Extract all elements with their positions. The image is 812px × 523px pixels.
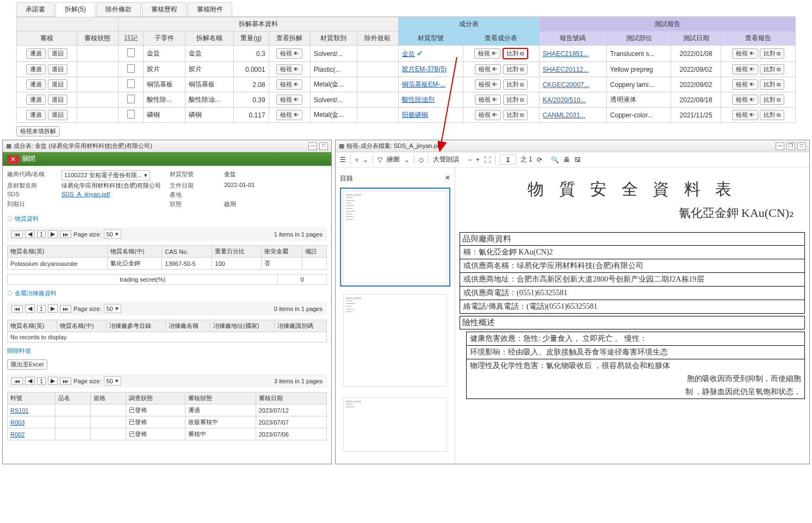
reject-button[interactable]: 退回: [48, 79, 67, 90]
mat-model-link[interactable]: 酸性除油剂: [402, 96, 435, 103]
window-icon: ▦: [6, 142, 11, 150]
compare-button[interactable]: 比對: [503, 64, 528, 74]
mat-model-link[interactable]: 阳极磷铜: [402, 111, 428, 119]
document-icon[interactable]: [127, 95, 135, 103]
minimize-icon[interactable]: —: [776, 142, 784, 150]
chevron-down-icon[interactable]: ⌄: [363, 156, 368, 164]
view-button[interactable]: 檢視: [276, 48, 302, 59]
table-row[interactable]: RS101已發佈通過2023/07/12: [8, 404, 327, 416]
tab-3[interactable]: 審核歷程: [142, 2, 187, 16]
read-aloud-button[interactable]: 大聲朗讀: [433, 155, 459, 164]
view-unfilled-button[interactable]: 檢視未填拆解: [16, 126, 60, 136]
view-button[interactable]: 檢視: [276, 110, 302, 120]
maximize-icon[interactable]: □: [319, 142, 328, 150]
reject-button[interactable]: 退回: [48, 64, 67, 74]
toc-icon[interactable]: ☰: [340, 156, 346, 164]
vendor-code-dropdown[interactable]: 1100222 安柏電子股份有限...▾: [61, 170, 150, 180]
highlighter-icon[interactable]: ▿: [355, 156, 358, 164]
tab-1[interactable]: 拆解(5): [55, 2, 95, 17]
view-button[interactable]: 檢視: [732, 95, 758, 105]
view-button[interactable]: 檢視: [475, 64, 501, 74]
view-button[interactable]: 檢視: [732, 79, 758, 90]
close-sidebar-icon[interactable]: ✕: [445, 174, 450, 183]
reject-button[interactable]: 退回: [48, 48, 67, 59]
report-link[interactable]: CKGEC20007...: [543, 81, 590, 89]
report-link[interactable]: KA/2020/510...: [543, 96, 586, 104]
pager-last[interactable]: ⏭: [60, 231, 71, 238]
print-icon[interactable]: 🖶: [563, 156, 570, 164]
pager-first[interactable]: ⏮: [11, 231, 23, 238]
page-thumbnail[interactable]: 物質安全資料表━━━━━━━━━━━━━━━━━━━━━━━━━━━━━━━━━…: [340, 188, 450, 287]
maximize-icon[interactable]: □: [797, 142, 806, 150]
compare-button[interactable]: 比對: [503, 79, 528, 90]
zoom-out-icon[interactable]: −: [468, 156, 472, 164]
mat-model-link[interactable]: 金盐: [402, 50, 415, 58]
tab-2[interactable]: 除外條款: [96, 2, 141, 16]
report-link[interactable]: SHAEC20112...: [543, 66, 589, 73]
close-button[interactable]: 關閉: [22, 154, 35, 164]
save-icon[interactable]: 🖫: [574, 156, 581, 164]
view-button[interactable]: 檢視: [475, 110, 501, 120]
minimize-icon[interactable]: —: [308, 142, 317, 150]
pen-icon[interactable]: ▽: [377, 156, 382, 164]
report-link[interactable]: SHAEC21851...: [543, 50, 589, 58]
view-button[interactable]: 檢視: [276, 95, 302, 105]
col-name: 拆解名稱: [185, 32, 233, 46]
view-button[interactable]: 檢視: [732, 110, 758, 120]
compare-button[interactable]: 比對: [503, 95, 528, 105]
rotate-icon[interactable]: ⟳: [537, 156, 542, 164]
page-size-select[interactable]: 50 ▾: [104, 229, 121, 239]
tab-0[interactable]: 承諾書: [16, 2, 54, 16]
view-button[interactable]: 檢視: [276, 79, 302, 90]
table-row[interactable]: R003已發佈改版審核中2023/07/07: [8, 416, 327, 428]
view-button[interactable]: 檢視: [475, 79, 501, 90]
report-link[interactable]: CANML2031...: [543, 111, 586, 119]
pass-button[interactable]: 通過: [26, 110, 46, 120]
search-icon[interactable]: 🔍: [551, 156, 559, 164]
tab-4[interactable]: 審核附件: [188, 2, 232, 16]
compare-button[interactable]: 比對: [760, 64, 784, 74]
col-test-part: 測試部位: [606, 32, 671, 46]
export-excel-button[interactable]: 匯出至Excel: [7, 359, 47, 370]
section-smelter: ◇ 金屬冶煉廠資料: [3, 287, 331, 300]
pass-button[interactable]: 通過: [26, 48, 46, 59]
page-input[interactable]: [500, 154, 516, 165]
compare-button[interactable]: 比對: [760, 95, 784, 105]
pager-prev[interactable]: ◀: [25, 230, 35, 238]
pass-button[interactable]: 通過: [26, 64, 46, 74]
view-button[interactable]: 檢視: [732, 48, 758, 59]
view-button[interactable]: 檢視: [732, 64, 758, 74]
erase-icon[interactable]: ◇: [419, 156, 424, 164]
close-icon[interactable]: ✕: [7, 155, 19, 164]
pass-button[interactable]: 通過: [26, 95, 46, 105]
table-row[interactable]: R002已發佈審核中2023/07/06: [8, 428, 327, 440]
document-icon[interactable]: [127, 64, 135, 73]
page-thumbnail[interactable]: 物質安全資料表━━━━━━━━━━━━━━: [340, 394, 450, 455]
view-button[interactable]: 檢視: [475, 95, 501, 105]
view-button[interactable]: 檢視: [276, 64, 302, 74]
pdf-heading: 物 質 安 全 資 料 表: [460, 178, 805, 201]
compare-button[interactable]: 比對: [760, 48, 784, 59]
restore-icon[interactable]: ❐: [786, 142, 795, 150]
zoom-in-icon[interactable]: +: [476, 156, 480, 164]
compare-button[interactable]: 比對: [760, 110, 784, 120]
compare-button[interactable]: 比對: [503, 110, 528, 120]
pdf-sidebar: 目錄 ✕ 物質安全資料表━━━━━━━━━━━━━━━━━━━━━━━━━━━━…: [336, 167, 455, 464]
pager-next[interactable]: ▶: [48, 230, 58, 238]
fit-icon[interactable]: ⛶: [484, 156, 491, 164]
chevron-down-icon[interactable]: ⌄: [404, 156, 410, 164]
sds-link[interactable]: SDS_A_jinyan.pdf: [61, 191, 164, 199]
view-button[interactable]: 檢視: [474, 48, 500, 59]
reject-button[interactable]: 退回: [48, 110, 67, 120]
pass-button[interactable]: 通過: [26, 79, 46, 90]
page-thumbnail[interactable]: 物質安全資料表━━━━━━━━━━━━━━━━━━━━━━━━━━━━━━━━: [340, 291, 450, 390]
draw-button[interactable]: 繪圖: [387, 155, 400, 164]
document-icon[interactable]: [127, 110, 135, 119]
document-icon[interactable]: [127, 48, 135, 57]
hdr-test: 測試報告: [539, 17, 795, 32]
document-icon[interactable]: [127, 79, 135, 88]
reject-button[interactable]: 退回: [48, 95, 67, 105]
compare-button[interactable]: 比對: [503, 48, 528, 59]
compare-button[interactable]: 比對: [760, 79, 784, 90]
table-row[interactable]: Potassium dicyanoaurate氰化亞金鉀13967-50-510…: [8, 258, 327, 270]
